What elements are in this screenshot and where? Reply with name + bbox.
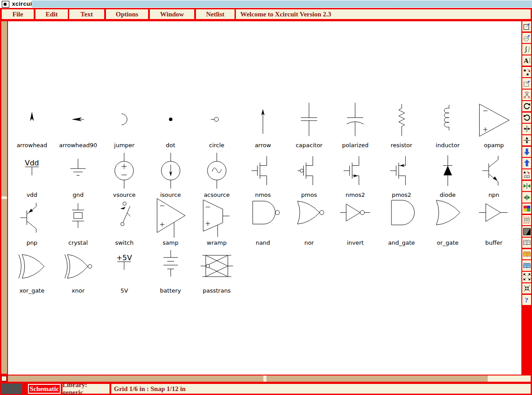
library-symbol-dot[interactable]: dot (148, 100, 194, 149)
mode-button[interactable]: Schematic (28, 384, 61, 394)
library-symbol-passtrans[interactable]: passtrans (194, 244, 240, 295)
library-symbol-nand[interactable]: nand (240, 196, 286, 247)
zoom-out-tool[interactable] (522, 272, 531, 282)
book-blue-icon (523, 262, 531, 270)
menu-file[interactable]: File (2, 9, 34, 19)
library-symbol-pnp[interactable]: pnp (9, 196, 55, 247)
library-symbol-xnor[interactable]: xnor (55, 244, 101, 295)
drawing-canvas[interactable]: arrowheadarrowhead90jumperdotcirclearrow… (8, 21, 521, 375)
library-symbol-circle[interactable]: circle (194, 100, 240, 149)
menu-window[interactable]: Window (150, 9, 194, 19)
library-symbol-isource[interactable]: isource (148, 149, 194, 199)
pop-icon (523, 159, 531, 167)
npn-symbol-drawing (475, 149, 512, 192)
flip-vertical-tool[interactable] (522, 135, 531, 145)
rotate-ccw-tool[interactable] (522, 113, 531, 123)
unjoin-tool[interactable] (522, 192, 531, 202)
join-tool[interactable] (522, 181, 531, 191)
passtrans-symbol-drawing (198, 244, 235, 287)
library-symbol-5V[interactable]: +5V5V (101, 244, 147, 295)
vertical-scrollbar[interactable] (1, 21, 7, 374)
library-symbol-arrowhead[interactable]: arrowhead (9, 100, 55, 149)
fill-style-tool[interactable] (522, 226, 531, 236)
box-tool[interactable] (522, 21, 531, 31)
cut-tool[interactable] (522, 90, 531, 100)
user-library-tool[interactable] (522, 249, 531, 259)
make-object-tool[interactable]: ★ (522, 169, 531, 180)
scrollbar-corner-box (1, 376, 7, 381)
library-symbol-samp[interactable]: samp (148, 196, 194, 247)
window-menu-button[interactable] (2, 1, 9, 8)
contract-icon (523, 284, 531, 293)
menu-text[interactable]: Text (69, 9, 104, 19)
library-symbol-vdd[interactable]: Vddvdd (9, 149, 55, 199)
arc-icon (523, 34, 531, 42)
inductor-symbol-drawing (429, 100, 466, 142)
library-symbol-diode[interactable]: diode (425, 149, 471, 199)
text-tool[interactable]: A (522, 55, 531, 66)
library-symbol-nmos2[interactable]: nmos2 (332, 149, 378, 199)
spline-icon (523, 45, 531, 54)
arrow-symbol-drawing (244, 100, 282, 142)
library-symbol-crystal[interactable]: crystal (55, 196, 101, 247)
pop-tool[interactable] (522, 158, 531, 168)
library-symbol-and_gate[interactable]: and_gate (379, 196, 425, 247)
help-tool[interactable]: ? (522, 295, 531, 305)
unjoin-icon (523, 193, 531, 202)
color-tool[interactable] (522, 203, 531, 214)
spline-tool[interactable] (522, 44, 531, 54)
symbol-label: opamp (471, 142, 517, 149)
join-icon (523, 182, 531, 190)
border-style-tool[interactable] (522, 215, 531, 225)
library-symbol-arrow[interactable]: arrow (240, 100, 286, 149)
menu-netlist[interactable]: Netlist (196, 9, 235, 19)
symbol-label: arrow (240, 142, 286, 149)
library-symbol-npn[interactable]: npn (471, 149, 517, 199)
library-symbol-acsource[interactable]: acsource (194, 149, 240, 199)
vdd-symbol-drawing: Vdd (13, 149, 51, 192)
page-directory-tool[interactable] (522, 260, 531, 270)
library-symbol-invert[interactable]: invert (332, 196, 378, 247)
library-symbol-battery[interactable]: battery (148, 244, 194, 295)
select-move-tool[interactable] (522, 78, 531, 88)
library-symbol-buffer[interactable]: buffer (471, 196, 517, 247)
push-tool[interactable] (522, 147, 531, 157)
library-symbol-jumper[interactable]: jumper (101, 100, 147, 149)
library-directory-tool[interactable] (522, 238, 531, 248)
diode-symbol-drawing (429, 149, 466, 192)
menu-options[interactable]: Options (106, 9, 148, 19)
horizontal-scrollbar-track[interactable] (488, 375, 531, 382)
statusbar: Schematic Library: generic Grid 1/6 in :… (0, 383, 532, 395)
library-symbol-pmos2[interactable]: pmos2 (379, 149, 425, 199)
library-symbol-opamp[interactable]: opamp (471, 100, 517, 149)
library-indicator[interactable]: Library: generic (63, 384, 110, 394)
symbol-label: jumper (101, 142, 147, 149)
library-symbol-nor[interactable]: nor (286, 196, 332, 247)
nor-symbol-drawing (290, 196, 328, 239)
menu-edit[interactable]: Edit (35, 9, 68, 19)
library-symbol-nmos[interactable]: nmos (240, 149, 286, 199)
library-symbol-arrowhead90[interactable]: arrowhead90 (55, 100, 101, 149)
symbol-tool[interactable]: ★★ (522, 67, 531, 77)
library-symbol-or_gate[interactable]: or_gate (425, 196, 471, 247)
rotate-cw-tool[interactable] (522, 101, 531, 111)
library-symbol-polarized[interactable]: polarized (332, 100, 378, 149)
library-symbol-vsource[interactable]: vsource (101, 149, 147, 199)
library-symbol-wramp[interactable]: wramp (194, 196, 240, 247)
library-symbol-gnd[interactable]: gnd (55, 149, 101, 199)
library-symbol-inductor[interactable]: inductor (425, 100, 471, 149)
library-symbol-switch[interactable]: switch (101, 196, 147, 247)
library-symbol-xor_gate[interactable]: xor_gate (9, 244, 55, 295)
window-menu-dot-icon (4, 3, 7, 6)
horizontal-scrollbar[interactable] (8, 375, 488, 382)
main-area: arrowheadarrowhead90jumperdotcirclearrow… (0, 20, 532, 375)
switch-symbol-drawing (106, 196, 143, 239)
symbol-label: capacitor (286, 142, 332, 149)
library-symbol-resistor[interactable]: resistor (379, 100, 425, 149)
symbol-label: 5V (101, 287, 147, 295)
zoom-in-tool[interactable] (522, 283, 531, 293)
library-symbol-pmos[interactable]: pmos (286, 149, 332, 199)
flip-horizontal-tool[interactable] (522, 124, 531, 134)
arc-tool[interactable] (522, 33, 531, 43)
library-symbol-capacitor[interactable]: capacitor (286, 100, 332, 149)
